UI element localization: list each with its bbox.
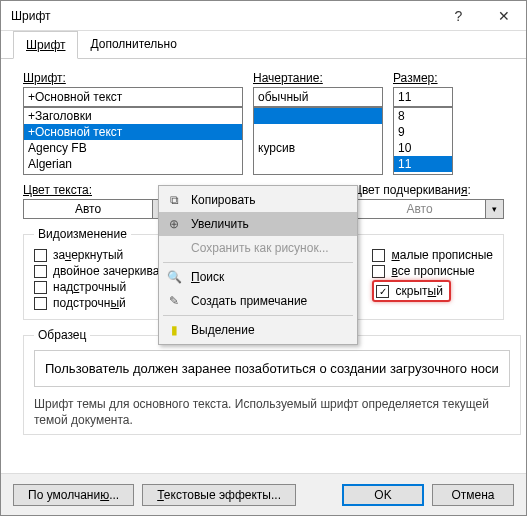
close-button[interactable]: ✕ [481,1,526,30]
underline-color-label: Цвет подчеркивания: [353,181,471,199]
size-input[interactable]: 11 [393,87,453,107]
ctx-save-image[interactable]: Сохранить как рисунок... [159,236,357,260]
separator [163,315,353,316]
dialog-footer: По умолчанию... Текстовые эффекты... OK … [1,473,526,515]
size-list-item[interactable]: 11 [394,156,452,172]
size-list[interactable]: 8 9 10 11 12 [393,107,453,175]
copy-icon: ⧉ [165,193,183,207]
ctx-zoom[interactable]: ⊕Увеличить [159,212,357,236]
context-menu: ⧉Копировать ⊕Увеличить Сохранить как рис… [158,185,358,345]
help-button[interactable]: ? [436,1,481,30]
font-dialog: Шрифт ? ✕ Шрифт Дополнительно Шрифт: +Ос… [0,0,527,516]
theme-hint: Шрифт темы для основного текста. Использ… [34,393,510,428]
window-title: Шрифт [1,9,436,23]
font-list-item[interactable]: +Основной текст [24,124,242,140]
style-list-item[interactable]: курсив [254,140,382,156]
separator [163,262,353,263]
ctx-copy[interactable]: ⧉Копировать [159,188,357,212]
text-color-value: Авто [23,199,153,219]
text-effects-button[interactable]: Текстовые эффекты... [142,484,296,506]
ctx-highlight[interactable]: ▮Выделение [159,318,357,342]
ctx-search[interactable]: 🔍Поиск [159,265,357,289]
style-input[interactable]: обычный [253,87,383,107]
font-input[interactable]: +Основной текст [23,87,243,107]
smallcaps-checkbox[interactable]: малые прописные [372,247,493,263]
search-icon: 🔍 [165,270,183,284]
underline-color-dropdown[interactable]: Авто ▾ [353,199,504,219]
text-color-label: Цвет текста: [23,181,92,199]
size-list-item[interactable]: 8 [394,108,452,124]
sample-legend: Образец [34,328,90,342]
ok-button[interactable]: OK [342,484,424,506]
style-list-item[interactable] [254,124,382,140]
comment-icon: ✎ [165,294,183,308]
font-label: Шрифт: [23,69,66,87]
style-list[interactable]: курсив [253,107,383,175]
effects-legend: Видоизменение [34,227,131,241]
chevron-down-icon[interactable]: ▾ [486,199,504,219]
size-list-item[interactable]: 9 [394,124,452,140]
style-label: Начертание: [253,69,323,87]
hidden-checkbox[interactable]: ✓ скрытый [372,279,493,303]
size-list-item[interactable]: 10 [394,140,452,156]
set-default-button[interactable]: По умолчанию... [13,484,134,506]
ctx-new-comment[interactable]: ✎Создать примечание [159,289,357,313]
font-list-item[interactable]: Arial [24,172,242,175]
size-list-item[interactable]: 12 [394,172,452,175]
titlebar: Шрифт ? ✕ [1,1,526,31]
tab-bar: Шрифт Дополнительно [1,31,526,59]
zoom-icon: ⊕ [165,217,183,231]
tab-advanced[interactable]: Дополнительно [78,31,188,58]
sample-preview: Пользователь должен заранее позаботиться… [34,350,510,387]
text-color-dropdown[interactable]: Авто ▾ [23,199,171,219]
tab-font[interactable]: Шрифт [13,31,78,59]
highlight-icon: ▮ [165,323,183,337]
size-label: Размер: [393,69,438,87]
allcaps-checkbox[interactable]: все прописные [372,263,493,279]
font-list[interactable]: +Заголовки +Основной текст Agency FB Alg… [23,107,243,175]
underline-color-value: Авто [353,199,486,219]
style-list-item[interactable] [254,108,382,124]
checkmark-icon: ✓ [376,285,389,298]
cancel-button[interactable]: Отмена [432,484,514,506]
font-list-item[interactable]: Agency FB [24,140,242,156]
dialog-content: Шрифт: +Основной текст +Заголовки +Основ… [1,59,526,435]
font-list-item[interactable]: Algerian [24,156,242,172]
font-list-item[interactable]: +Заголовки [24,108,242,124]
